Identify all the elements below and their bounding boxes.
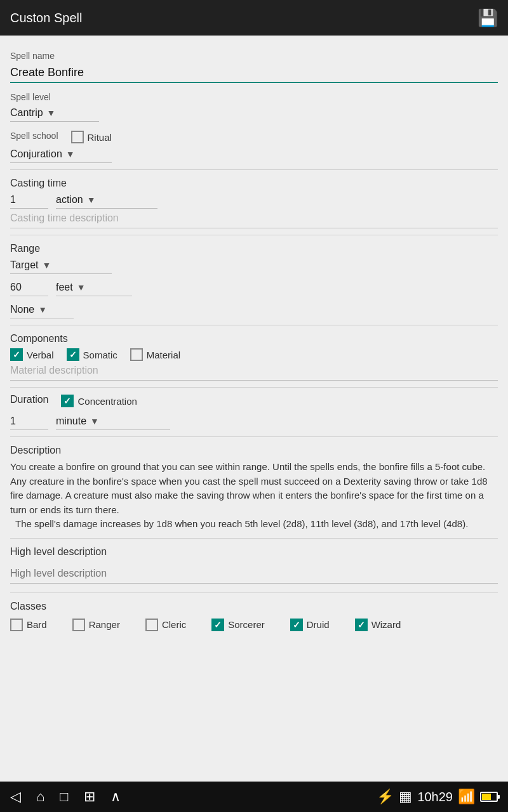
status-bar: ◁ ⌂ □ ⊞ ∧ ⚡ ▦ 10h29 📶 [0,782,508,812]
back-icon[interactable]: ◁ [10,789,21,805]
content-area: Spell name Spell level Cantrip ▼ Spell s… [0,36,508,782]
class-label-bard: Bard [27,619,47,630]
class-checkbox-cleric[interactable] [145,619,158,631]
screenshot-icon[interactable]: ⊞ [84,789,95,805]
casting-time-description-input[interactable] [10,209,498,228]
spell-school-section: Spell school Ritual Conjuration ▼ [10,131,498,163]
range-unit-arrow: ▼ [77,282,86,292]
casting-time-action-value: action [56,194,83,206]
description-section: Description You create a bonfire on grou… [10,445,498,532]
class-checkbox-sorcerer[interactable] [211,619,224,631]
status-bar-right: ⚡ ▦ 10h29 📶 [377,789,498,805]
duration-label: Duration [10,394,48,405]
material-checkbox[interactable] [130,348,143,361]
duration-section: Duration Concentration minute ▼ [10,394,498,430]
duration-unit-arrow: ▼ [90,416,99,426]
spell-school-dropdown[interactable]: Conjuration ▼ [10,146,112,163]
duration-number-input[interactable] [10,413,48,430]
description-label: Description [10,445,498,456]
range-type-arrow: ▼ [42,260,51,270]
class-checkbox-label-sorcerer[interactable]: Sorcerer [211,619,265,631]
material-checkbox-label[interactable]: Material [130,348,180,361]
spell-level-dropdown[interactable]: Cantrip ▼ [10,105,99,122]
duration-unit-dropdown[interactable]: minute ▼ [56,413,170,430]
classes-section: Classes BardRangerClericSorcererDruidWiz… [10,601,498,631]
ritual-checkbox-label[interactable]: Ritual [71,131,112,143]
verbal-checkbox[interactable] [10,348,23,361]
spell-level-value: Cantrip [10,107,43,119]
high-level-input[interactable] [10,564,498,584]
range-label: Range [10,243,498,254]
casting-time-label: Casting time [10,178,498,189]
battery-icon [480,792,498,802]
spell-school-label: Spell school [10,131,58,141]
recents-icon[interactable]: □ [60,789,68,805]
classes-grid: BardRangerClericSorcererDruidWizard [10,619,498,631]
range-none-value: None [10,304,34,315]
somatic-checkbox[interactable] [67,348,79,361]
ritual-checkbox[interactable] [71,131,84,143]
spell-level-label: Spell level [10,92,498,102]
concentration-checkbox-label[interactable]: Concentration [61,395,137,407]
casting-time-action-dropdown[interactable]: action ▼ [56,192,157,209]
spell-name-section: Spell name [10,51,498,83]
range-type-dropdown[interactable]: Target ▼ [10,257,112,274]
class-checkbox-label-ranger[interactable]: Ranger [72,619,120,631]
somatic-checkbox-label[interactable]: Somatic [67,348,117,361]
range-distance-input[interactable] [10,279,48,296]
class-checkbox-label-cleric[interactable]: Cleric [145,619,186,631]
class-checkbox-label-druid[interactable]: Druid [290,619,330,631]
sim-icon: ▦ [399,789,412,805]
usb-icon: ⚡ [377,789,394,805]
casting-time-number-input[interactable] [10,192,48,209]
class-checkbox-druid[interactable] [290,619,303,631]
range-unit-value: feet [56,282,73,293]
spell-school-value: Conjuration [10,148,62,160]
home-icon[interactable]: ⌂ [36,789,44,805]
spell-name-input[interactable] [10,63,498,83]
save-button[interactable]: 💾 [478,8,498,28]
verbal-checkbox-label[interactable]: Verbal [10,348,54,361]
components-section: Components Verbal Somatic Material [10,333,498,381]
casting-time-arrow: ▼ [87,195,96,205]
verbal-label: Verbal [27,350,54,360]
range-none-dropdown[interactable]: None ▼ [10,301,74,318]
material-label: Material [147,350,180,360]
components-label: Components [10,333,498,344]
class-label-ranger: Ranger [89,619,120,630]
classes-label: Classes [10,601,498,612]
material-description-input[interactable] [10,361,498,381]
range-unit-dropdown[interactable]: feet ▼ [56,279,132,296]
time-display: 10h29 [417,790,453,804]
duration-unit-value: minute [56,416,86,427]
wifi-icon: 📶 [458,789,475,805]
app-bar-title: Custon Spell [10,11,82,25]
somatic-label: Somatic [83,350,117,360]
class-checkbox-wizard[interactable] [355,619,368,631]
class-label-druid: Druid [307,619,330,630]
menu-icon[interactable]: ∧ [110,789,121,805]
class-checkbox-ranger[interactable] [72,619,85,631]
casting-time-section: Casting time action ▼ [10,178,498,228]
spell-school-arrow: ▼ [66,149,75,159]
class-checkbox-label-bard[interactable]: Bard [10,619,47,631]
spell-level-section: Spell level Cantrip ▼ [10,92,498,122]
class-checkbox-bard[interactable] [10,619,23,631]
status-bar-left: ◁ ⌂ □ ⊞ ∧ [10,789,121,805]
battery-fill [482,794,491,800]
range-type-value: Target [10,259,38,271]
ritual-label: Ritual [88,132,112,143]
class-label-sorcerer: Sorcerer [228,619,265,630]
concentration-checkbox[interactable] [61,395,74,407]
class-checkbox-label-wizard[interactable]: Wizard [355,619,401,631]
spell-name-label: Spell name [10,51,498,61]
high-level-section: High level description [10,546,498,584]
range-section: Range Target ▼ feet ▼ None ▼ [10,243,498,318]
concentration-label: Concentration [77,396,137,407]
class-label-wizard: Wizard [371,619,401,630]
description-text: You create a bonfire on ground that you … [10,460,498,532]
class-label-cleric: Cleric [162,619,186,630]
high-level-label: High level description [10,546,498,558]
app-bar: Custon Spell 💾 [0,0,508,36]
range-none-arrow: ▼ [38,304,47,315]
